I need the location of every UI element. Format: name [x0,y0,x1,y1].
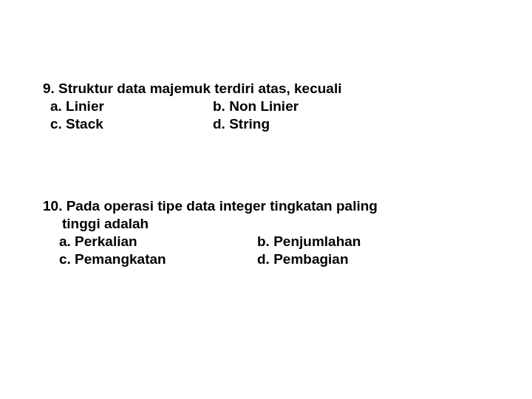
question-10-options-row-2: c. Pemangkatan d. Pembagian [43,250,532,268]
option-10d: d. Pembagian [257,250,349,268]
question-9: 9. Struktur data majemuk terdiri atas, k… [43,80,532,132]
option-9c: c. Stack [50,115,213,133]
option-9a: a. Linier [50,98,213,115]
question-10-options-row-1: a. Perkalian b. Penjumlahan [43,233,532,250]
option-10b: b. Penjumlahan [257,233,361,250]
question-9-options-row-2: c. Stack d. String [43,115,532,133]
question-10-text-line2: tinggi adalah [43,215,532,233]
option-10c: c. Pemangkatan [59,250,257,268]
option-9d: d. String [213,115,270,133]
question-9-options-row-1: a. Linier b. Non Linier [43,98,532,115]
question-10-text-line1: 10. Pada operasi tipe data integer tingk… [43,197,532,215]
question-10: 10. Pada operasi tipe data integer tingk… [43,197,532,267]
option-9b: b. Non Linier [213,98,299,115]
option-10a: a. Perkalian [59,233,257,250]
question-9-text: 9. Struktur data majemuk terdiri atas, k… [43,80,532,98]
